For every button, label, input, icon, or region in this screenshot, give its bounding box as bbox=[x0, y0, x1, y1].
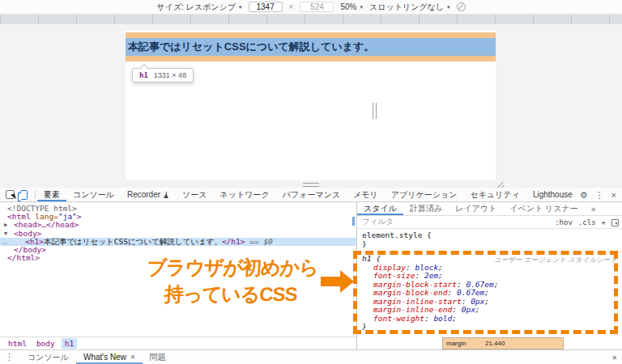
styles-filter-row: フィルタ :hov .cls + bbox=[357, 216, 622, 229]
breadcrumb-html[interactable]: html bbox=[5, 338, 30, 349]
viewport-width-input[interactable] bbox=[249, 2, 283, 12]
tab-styles[interactable]: スタイル bbox=[357, 202, 403, 215]
element-style-rule[interactable]: element.style { } bbox=[357, 229, 622, 252]
no-throttling-icon bbox=[457, 2, 466, 11]
chevron-down-icon: ▾ bbox=[360, 4, 363, 11]
page-viewport[interactable]: 本記事ではリセットCSSについて解説しています。 h1 1331 × 48 bbox=[126, 31, 496, 180]
close-tab-icon[interactable]: × bbox=[130, 353, 135, 362]
dom-breadcrumb: html body h1 bbox=[0, 336, 356, 349]
drawer-more-options-icon[interactable]: ⋮ bbox=[0, 350, 20, 364]
margin-top-value: 21.440 bbox=[485, 340, 505, 347]
drawer-tabbar: ⋮ コンソール What's New × 問題 × bbox=[0, 349, 622, 364]
device-size-dropdown[interactable]: サイズ: レスポンシブ ▾ bbox=[156, 2, 241, 13]
more-options-icon[interactable]: ⋮ bbox=[595, 190, 604, 201]
content-highlight: 本記事ではリセットCSSについて解説しています。 bbox=[126, 38, 496, 56]
styles-panel: スタイル 計算済み レイアウト イベント リスナー » フィルタ :hov .c… bbox=[356, 202, 622, 349]
element-info-tooltip: h1 1331 × 48 bbox=[132, 68, 194, 83]
settings-gear-icon[interactable]: ⚙ bbox=[580, 190, 588, 201]
margin-highlight: 本記事ではリセットCSSについて解説しています。 bbox=[126, 32, 496, 61]
flask-icon bbox=[164, 192, 169, 198]
ua-stylesheet-origin-label: ユーザー エージェント スタイルシート bbox=[494, 256, 617, 265]
tab-computed[interactable]: 計算済み bbox=[403, 202, 449, 215]
drawer-tab-console[interactable]: コンソール bbox=[20, 350, 76, 364]
user-agent-style-rule[interactable]: h1 { ユーザー エージェント スタイルシート displayblock fo… bbox=[357, 252, 622, 334]
tooltip-dimensions: 1331 × 48 bbox=[154, 71, 186, 79]
drawer-tab-whats-new[interactable]: What's New × bbox=[76, 350, 143, 364]
viewport-bottom-resize-handle[interactable] bbox=[303, 183, 319, 187]
annotation-text: ブラウザが初めから 持っているCSS bbox=[138, 254, 326, 307]
tab-application[interactable]: アプリケーション bbox=[385, 188, 464, 201]
throttling-dropdown[interactable]: スロットリングなし ▾ bbox=[369, 2, 450, 13]
styles-filter-input[interactable]: フィルタ bbox=[357, 217, 394, 227]
viewport-height-input[interactable] bbox=[300, 2, 334, 12]
breadcrumb-h1[interactable]: h1 bbox=[62, 338, 77, 349]
tab-recorder[interactable]: Recorder bbox=[121, 188, 176, 201]
viewport-right-resize-handle[interactable] bbox=[373, 103, 377, 119]
toggle-class-button[interactable]: .cls bbox=[578, 218, 596, 226]
page-h1-text: 本記事ではリセットCSSについて解説しています。 bbox=[126, 40, 374, 54]
expander-collapsed-icon[interactable]: ▶ bbox=[4, 221, 7, 229]
tab-performance[interactable]: パフォーマンス bbox=[276, 188, 347, 201]
devtools-tabbar: 要素 コンソール Recorder ソース ネットワーク パフォーマンス メモリ… bbox=[0, 188, 622, 202]
close-drawer-icon[interactable]: × bbox=[612, 350, 617, 364]
throttling-value: スロットリングなし bbox=[369, 2, 444, 13]
toggle-pseudo-state-button[interactable]: :hov bbox=[555, 218, 573, 226]
tab-layout[interactable]: レイアウト bbox=[449, 202, 503, 215]
new-style-rule-button[interactable]: + bbox=[602, 218, 606, 226]
tab-network[interactable]: ネットワーク bbox=[214, 188, 276, 201]
dom-body-close[interactable]: </body> bbox=[0, 246, 356, 254]
close-devtools-icon[interactable]: × bbox=[611, 190, 616, 200]
drawer-tab-issues[interactable]: 問題 bbox=[143, 350, 173, 364]
dom-head[interactable]: ▶ <head>…</head> bbox=[0, 221, 356, 229]
tab-lighthouse[interactable]: Lighthouse bbox=[526, 188, 579, 201]
box-model-margin-box[interactable]: margin 21.440 bbox=[442, 337, 564, 349]
dom-h1-selected[interactable]: … <h1>本記事ではリセットCSSについて解説しています。</h1> == $… bbox=[0, 238, 356, 246]
device-mode-stage: 本記事ではリセットCSSについて解説しています。 h1 1331 × 48 bbox=[0, 24, 622, 188]
toolbar-divider bbox=[35, 190, 36, 199]
tab-event-listeners[interactable]: イベント リスナー bbox=[503, 202, 584, 215]
chevron-down-icon: ▾ bbox=[239, 4, 242, 11]
node-options-dots[interactable]: … bbox=[2, 238, 7, 246]
css-declaration[interactable]: font-weightbold bbox=[362, 315, 622, 324]
ua-rule-closing-brace: } bbox=[362, 323, 622, 332]
annotation-arrow-icon bbox=[321, 277, 340, 286]
device-size-label: サイズ: レスポンシブ bbox=[156, 2, 236, 13]
margin-label: margin bbox=[443, 340, 485, 347]
ua-rule-selector: h1 { bbox=[362, 254, 381, 263]
breadcrumb-body[interactable]: body bbox=[33, 338, 58, 349]
scrollbar-selection-marker bbox=[352, 217, 355, 226]
tab-elements[interactable]: 要素 bbox=[37, 188, 66, 201]
tooltip-tag-name: h1 bbox=[139, 71, 148, 79]
sidebar-toggle-icon[interactable] bbox=[611, 219, 619, 226]
device-toolbar-toggle-icon[interactable] bbox=[20, 190, 28, 200]
tab-security[interactable]: セキュリティ bbox=[463, 188, 526, 201]
tabs-overflow-chevron[interactable]: » bbox=[585, 202, 603, 215]
zoom-dropdown[interactable]: 50% ▾ bbox=[340, 2, 363, 11]
horizontal-ruler bbox=[0, 15, 622, 24]
tab-memory[interactable]: メモリ bbox=[347, 188, 385, 201]
zoom-value: 50% bbox=[340, 2, 356, 11]
tab-console[interactable]: コンソール bbox=[66, 188, 121, 201]
styles-tabbar: スタイル 計算済み レイアウト イベント リスナー » bbox=[357, 202, 622, 216]
tab-sources[interactable]: ソース bbox=[176, 188, 213, 201]
device-toolbar: サイズ: レスポンシブ ▾ × 50% ▾ スロットリングなし ▾ bbox=[0, 0, 622, 15]
devtools-window: サイズ: レスポンシブ ▾ × 50% ▾ スロットリングなし ▾ 本記事ではリ… bbox=[0, 0, 622, 364]
inspect-element-icon[interactable] bbox=[6, 190, 15, 199]
chevron-down-icon: ▾ bbox=[447, 4, 450, 11]
dimension-multiply-label: × bbox=[289, 2, 294, 11]
annotation-arrow-icon bbox=[340, 270, 354, 293]
